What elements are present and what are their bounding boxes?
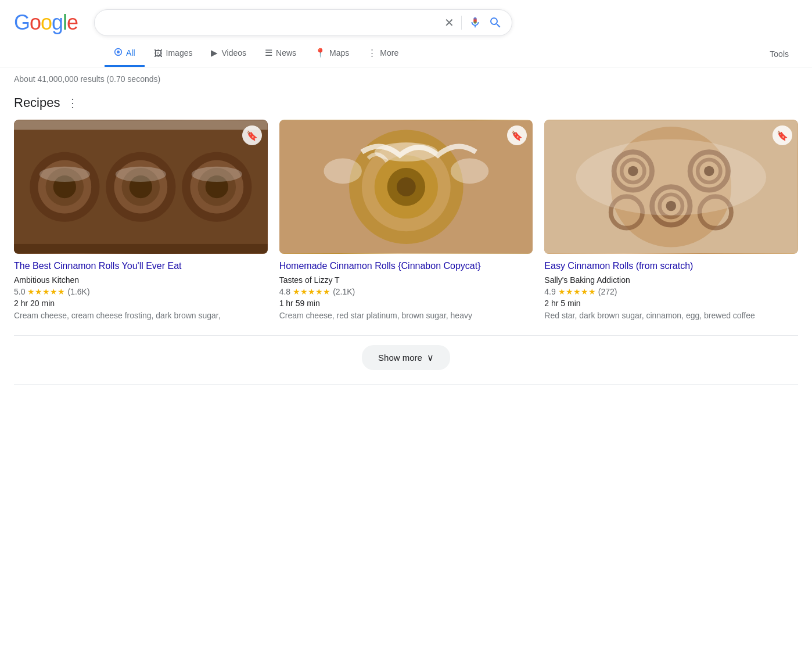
tab-news-label: News <box>276 48 296 58</box>
tab-more[interactable]: ⋮ More <box>358 41 408 67</box>
search-button[interactable] <box>488 16 502 30</box>
recipe-image-3: 🔖 <box>544 120 798 254</box>
tab-maps[interactable]: 📍 Maps <box>306 41 358 67</box>
rating-number-3: 4.9 <box>544 287 555 296</box>
images-icon: 🖼 <box>154 48 163 58</box>
recipe-card-2[interactable]: 🔖 Homemade Cinnamon Rolls {Cinnabon Copy… <box>279 120 533 321</box>
nav-tabs: All 🖼 Images ▶ Videos ☰ News 📍 Maps ⋮ Mo… <box>0 41 812 67</box>
svg-rect-16 <box>14 244 268 253</box>
more-dots-icon: ⋮ <box>368 48 376 58</box>
recipe-cards: 🔖 The Best Cinnamon Rolls You'll Ever Ea… <box>14 120 798 321</box>
news-icon: ☰ <box>265 48 272 58</box>
rating-number-1: 5.0 <box>14 287 25 296</box>
svg-point-26 <box>324 159 362 184</box>
all-icon <box>114 48 123 58</box>
divider <box>461 16 462 30</box>
results-info: About 41,000,000 results (0.70 seconds) <box>0 67 812 86</box>
rating-number-2: 4.8 <box>279 287 290 296</box>
bookmark-button-3[interactable]: 🔖 <box>773 125 792 145</box>
recipes-menu-icon[interactable]: ⋮ <box>67 96 80 110</box>
stars-3: ★★★★★ <box>558 287 596 296</box>
recipe-time-3: 2 hr 5 min <box>544 299 798 308</box>
food-image-svg-3 <box>544 120 798 254</box>
search-bar: cinnamon rolls recipe ✕ <box>94 9 512 36</box>
svg-point-17 <box>39 167 90 182</box>
svg-point-25 <box>397 177 416 196</box>
recipe-card-1[interactable]: 🔖 The Best Cinnamon Rolls You'll Ever Ea… <box>14 120 268 321</box>
tab-all[interactable]: All <box>105 41 145 67</box>
recipe-time-2: 1 hr 59 min <box>279 299 533 308</box>
recipe-rating-3: 4.9 ★★★★★ (272) <box>544 287 798 296</box>
svg-point-42 <box>576 139 766 216</box>
tools-button[interactable]: Tools <box>760 42 798 66</box>
food-image-svg-2 <box>279 120 533 254</box>
header: Google cinnamon rolls recipe ✕ <box>0 0 812 41</box>
recipe-card-3[interactable]: 🔖 Easy Cinnamon Rolls (from scratch) Sal… <box>544 120 798 321</box>
search-icons: ✕ <box>444 16 502 30</box>
svg-point-27 <box>450 159 488 184</box>
search-input[interactable]: cinnamon rolls recipe <box>104 17 439 29</box>
bookmark-icon-2: 🔖 <box>511 130 523 141</box>
show-more-button[interactable]: Show more ∨ <box>362 345 450 370</box>
voice-search-button[interactable] <box>469 16 482 29</box>
svg-point-28 <box>374 142 437 162</box>
close-icon: ✕ <box>444 16 454 30</box>
tab-maps-label: Maps <box>329 48 349 58</box>
stars-1: ★★★★★ <box>27 287 65 296</box>
food-image-svg-1 <box>14 120 268 254</box>
tab-news[interactable]: ☰ News <box>256 41 306 67</box>
recipe-source-2: Tastes of Lizzy T <box>279 275 533 285</box>
chevron-down-icon: ∨ <box>427 352 434 363</box>
tab-more-label: More <box>380 48 398 58</box>
recipe-rating-2: 4.8 ★★★★★ (2.1K) <box>279 287 533 296</box>
bookmark-icon-3: 🔖 <box>777 130 788 141</box>
tab-videos[interactable]: ▶ Videos <box>202 41 256 67</box>
stars-2: ★★★★★ <box>293 287 330 296</box>
results-count: About 41,000,000 results (0.70 seconds) <box>14 74 160 84</box>
clear-button[interactable]: ✕ <box>444 16 454 30</box>
svg-point-1 <box>117 51 120 53</box>
recipe-rating-1: 5.0 ★★★★★ (1.6K) <box>14 287 268 296</box>
google-logo: Google <box>14 10 78 35</box>
maps-icon: 📍 <box>315 48 326 58</box>
recipe-title-1: The Best Cinnamon Rolls You'll Ever Eat <box>14 260 268 272</box>
recipe-source-1: Ambitious Kitchen <box>14 275 268 285</box>
recipe-title-3: Easy Cinnamon Rolls (from scratch) <box>544 260 798 272</box>
rating-count-3: (272) <box>598 287 617 296</box>
videos-icon: ▶ <box>211 48 218 58</box>
recipe-title-2: Homemade Cinnamon Rolls {Cinnabon Copyca… <box>279 260 533 272</box>
main-content: Recipes ⋮ <box>0 86 812 394</box>
recipe-image-2: 🔖 <box>279 120 533 254</box>
recipe-ingredients-2: Cream cheese, red star platinum, brown s… <box>279 310 533 322</box>
recipe-time-1: 2 hr 20 min <box>14 299 268 308</box>
recipes-header: Recipes ⋮ <box>14 95 798 110</box>
bookmark-button-1[interactable]: 🔖 <box>242 125 262 145</box>
show-more-label: Show more <box>378 353 422 363</box>
tab-all-label: All <box>126 48 135 58</box>
rating-count-2: (2.1K) <box>333 287 355 296</box>
svg-point-19 <box>192 167 242 182</box>
show-more-wrapper: Show more ∨ <box>14 335 798 385</box>
recipe-ingredients-3: Red star, dark brown sugar, cinnamon, eg… <box>544 310 798 322</box>
recipe-source-3: Sally's Baking Addiction <box>544 275 798 285</box>
tab-images[interactable]: 🖼 Images <box>145 41 202 67</box>
recipe-image-1: 🔖 <box>14 120 268 254</box>
rating-count-1: (1.6K) <box>67 287 89 296</box>
recipe-ingredients-1: Cream cheese, cream cheese frosting, dar… <box>14 310 268 322</box>
svg-rect-15 <box>14 120 268 130</box>
tab-videos-label: Videos <box>221 48 246 58</box>
svg-point-18 <box>116 167 166 182</box>
tab-images-label: Images <box>166 48 193 58</box>
recipes-title: Recipes <box>14 95 60 110</box>
bookmark-icon-1: 🔖 <box>246 130 258 141</box>
